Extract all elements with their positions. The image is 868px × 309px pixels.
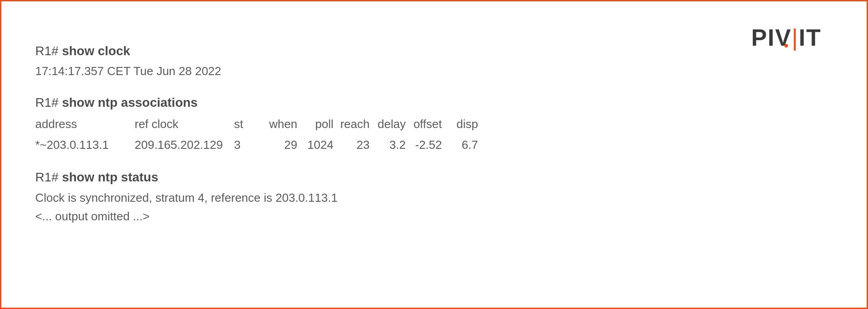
logo-it: IT xyxy=(799,24,821,51)
table-row: *~203.0.113.1 209.165.202.129 3 29 1024 … xyxy=(35,136,731,155)
col-data-disp: 6.7 xyxy=(442,136,478,155)
col-data-when: 29 xyxy=(261,136,297,155)
col-data-poll: 1024 xyxy=(297,136,333,155)
table-header-row: address ref clock st when poll reach del… xyxy=(35,115,731,134)
show-clock-prefix: R1# xyxy=(35,44,62,58)
col-header-address: address xyxy=(35,115,135,134)
page-container: PIV|IT R1# show clock 17:14:17.357 CET T… xyxy=(0,0,868,309)
show-ntp-status-command: R1# show ntp status xyxy=(35,168,731,186)
show-ntp-status-prefix: R1# xyxy=(35,170,62,184)
show-clock-block: R1# show clock 17:14:17.357 CET Tue Jun … xyxy=(35,42,731,80)
col-header-st: st xyxy=(234,115,261,134)
col-header-poll: poll xyxy=(297,115,333,134)
show-clock-output: 17:14:17.357 CET Tue Jun 28 2022 xyxy=(35,62,731,80)
ntp-status-line1: Clock is synchronized, stratum 4, refere… xyxy=(35,189,731,208)
col-header-delay: delay xyxy=(370,115,406,134)
logo: PIV|IT xyxy=(751,24,821,51)
show-ntp-status-cmd-text: show ntp status xyxy=(62,170,158,184)
col-data-address: *~203.0.113.1 xyxy=(35,136,135,155)
col-header-when: when xyxy=(261,115,297,134)
col-data-reach: 23 xyxy=(333,136,370,155)
show-clock-command: R1# show clock xyxy=(35,42,731,60)
col-header-disp: disp xyxy=(442,115,478,134)
show-ntp-associations-block: R1# show ntp associations address ref cl… xyxy=(35,94,731,154)
col-data-delay: 3.2 xyxy=(370,136,406,155)
show-ntp-associations-cmd-text: show ntp associations xyxy=(62,95,197,109)
logo-pipe: | xyxy=(792,24,799,51)
ntp-associations-table: address ref clock st when poll reach del… xyxy=(35,115,731,154)
col-header-reach: reach xyxy=(333,115,370,134)
logo-dot xyxy=(784,44,788,48)
show-ntp-associations-command: R1# show ntp associations xyxy=(35,94,731,111)
col-header-offset: offset xyxy=(406,115,442,134)
col-data-ref-clock: 209.165.202.129 xyxy=(135,136,234,155)
show-ntp-associations-prefix: R1# xyxy=(35,95,62,109)
col-data-offset: -2.52 xyxy=(406,136,442,155)
logo-container: PIV|IT xyxy=(751,24,821,51)
main-content: R1# show clock 17:14:17.357 CET Tue Jun … xyxy=(35,42,731,240)
col-header-ref-clock: ref clock xyxy=(135,115,234,134)
col-data-st: 3 xyxy=(234,136,261,155)
show-clock-cmd-text: show clock xyxy=(62,44,130,58)
ntp-status-line2: <... output omitted ...> xyxy=(35,207,731,226)
show-ntp-status-block: R1# show ntp status Clock is synchronize… xyxy=(35,168,731,226)
